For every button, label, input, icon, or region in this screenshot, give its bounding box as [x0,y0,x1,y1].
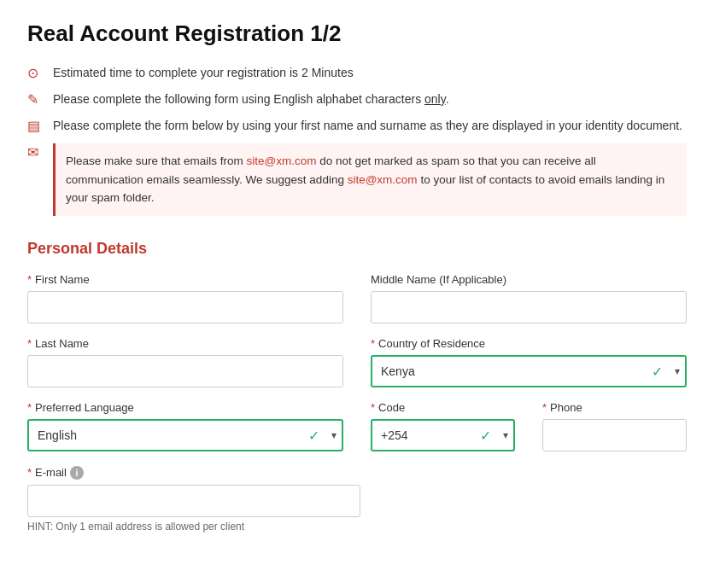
code-label: *Code [371,401,515,414]
email-warn-icon: ✉ [27,144,44,161]
first-name-label: *First Name [27,273,343,286]
email-label: *E-maili [27,466,84,479]
email-info-icon[interactable]: i [70,466,84,480]
email-input[interactable] [27,485,360,517]
clock-icon: ⊙ [27,65,44,82]
middle-name-group: Middle Name (If Applicable) [371,273,687,323]
country-select[interactable]: Kenya Uganda Tanzania [371,355,687,387]
phone-input[interactable] [542,419,687,451]
page-title: Real Account Registration 1/2 [27,20,687,47]
middle-name-label: Middle Name (If Applicable) [371,273,687,286]
country-label: *Country of Residence [371,337,687,350]
last-name-label: *Last Name [27,337,343,350]
time-notice-text: Estimated time to complete your registra… [53,64,354,82]
alphabet-notice-row: ✎ Please complete the following form usi… [27,90,687,108]
id-notice-text: Please complete the form below by using … [53,117,682,135]
email-group: *E-maili HINT: Only 1 email address is a… [27,465,360,533]
country-group: *Country of Residence Kenya Uganda Tanza… [371,337,687,387]
language-label: *Preferred Language [27,401,343,414]
last-name-group: *Last Name [27,337,343,387]
email-notice-text: Please make sure that emails from site@x… [53,143,687,216]
last-name-input[interactable] [27,355,343,387]
alphabet-notice-text: Please complete the following form using… [53,90,449,108]
language-select-wrapper: English French Spanish Arabic ✓ ▾ [27,419,343,451]
time-notice-row: ⊙ Estimated time to complete your regist… [27,64,687,82]
middle-name-input[interactable] [371,291,687,323]
id-icon: ▤ [27,118,44,135]
first-name-input[interactable] [27,291,343,323]
language-select[interactable]: English French Spanish Arabic [27,419,343,451]
code-select-wrapper: +254 +1 +44 +256 ✓ ▾ [371,419,515,451]
email-hint: HINT: Only 1 email address is allowed pe… [27,521,360,533]
personal-details-title: Personal Details [27,240,687,258]
pencil-icon: ✎ [27,91,44,108]
id-notice-row: ▤ Please complete the form below by usin… [27,117,687,135]
code-group: *Code +254 +1 +44 +256 ✓ ▾ [371,401,515,451]
email-link-1[interactable]: site@xm.com [247,154,317,167]
personal-details-form: *First Name Middle Name (If Applicable) … [27,273,687,451]
phone-row: *Code +254 +1 +44 +256 ✓ ▾ *Phone [371,401,687,451]
phone-field-group: *Phone [542,401,687,451]
phone-label: *Phone [542,401,687,414]
language-group: *Preferred Language English French Spani… [27,401,343,451]
email-link-2[interactable]: site@xm.com [348,173,418,186]
code-select[interactable]: +254 +1 +44 +256 [371,419,515,451]
first-name-group: *First Name [27,273,343,323]
phone-group: *Code +254 +1 +44 +256 ✓ ▾ *Phone [371,401,687,451]
email-notice-row: ✉ Please make sure that emails from site… [27,143,687,216]
country-select-wrapper: Kenya Uganda Tanzania ✓ ▾ [371,355,687,387]
